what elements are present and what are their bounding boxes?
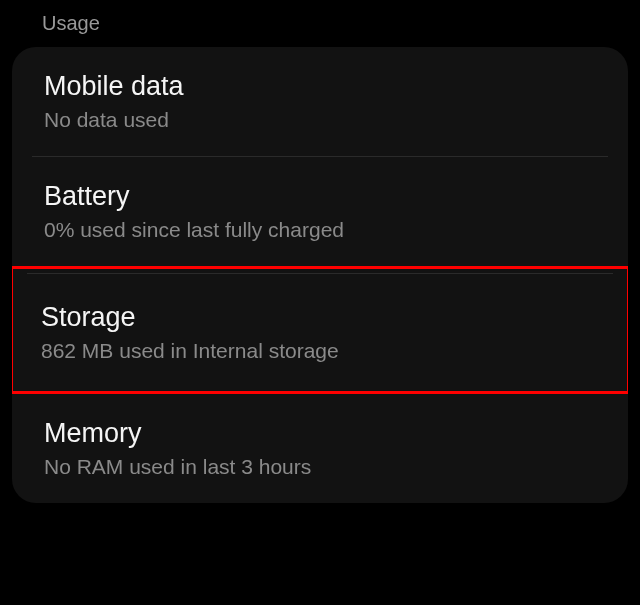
storage-item[interactable]: Storage 862 MB used in Internal storage [13,274,627,391]
usage-card: Mobile data No data used Battery 0% used… [12,47,628,503]
mobile-data-subtitle: No data used [44,108,596,132]
battery-subtitle: 0% used since last fully charged [44,218,596,242]
battery-item[interactable]: Battery 0% used since last fully charged [12,157,628,266]
mobile-data-item[interactable]: Mobile data No data used [12,47,628,156]
memory-title: Memory [44,418,596,449]
memory-item[interactable]: Memory No RAM used in last 3 hours [12,394,628,503]
storage-highlight: Storage 862 MB used in Internal storage [12,266,628,394]
usage-section-header: Usage [0,0,640,47]
mobile-data-title: Mobile data [44,71,596,102]
storage-subtitle: 862 MB used in Internal storage [41,339,599,363]
memory-subtitle: No RAM used in last 3 hours [44,455,596,479]
battery-title: Battery [44,181,596,212]
storage-title: Storage [41,302,599,333]
